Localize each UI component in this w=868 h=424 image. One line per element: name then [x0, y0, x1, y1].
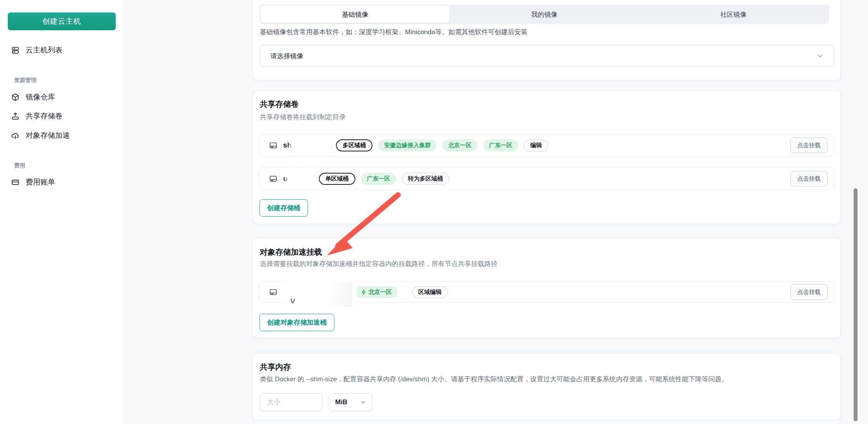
oss-accel-card: 对象存储加速挂载 选择需要挂载的对象存储加速桶并指定容器内的挂载路径，所有节点共…: [252, 238, 841, 338]
redacted-text: [284, 282, 353, 307]
chevron-down-icon: [360, 399, 366, 405]
sidebar-item-label: 共享存储卷: [26, 111, 63, 121]
image-select[interactable]: 请选择镜像: [260, 45, 834, 67]
sidebar-item-label: 费用账单: [26, 177, 55, 187]
section-subtitle: 类似 Docker 的 --shm-size，配置容器共享内存 (/dev/sh…: [260, 375, 728, 384]
region-badge: 广东一区: [483, 139, 518, 151]
sidebar-item-billing[interactable]: 费用账单: [11, 175, 55, 189]
sidebar-section-billing: 费用: [14, 162, 25, 169]
tag-list: 多区域桶 安徽边缘接入集群 北京一区 广东一区 编辑: [336, 139, 548, 151]
bill-card-icon: [11, 178, 20, 187]
mount-button[interactable]: 点击挂载: [790, 284, 828, 300]
shm-unit-select[interactable]: MiB: [329, 393, 372, 411]
sidebar-item-label: 镜像仓库: [26, 92, 55, 102]
sidebar-item-oss-accel[interactable]: 对象存储加速: [11, 129, 70, 142]
cloud-flash-icon: [11, 131, 20, 140]
convert-multiregion-button[interactable]: 转为多区域桶: [402, 173, 449, 185]
create-oss-bucket-button[interactable]: 创建对象存储加速桶: [259, 314, 334, 331]
scrollbar-thumb[interactable]: [854, 188, 858, 421]
package-icon: [11, 93, 20, 102]
section-subtitle: 选择需要挂载的对象存储加速桶并指定容器内的挂载路径，所有节点共享挂载路径: [260, 259, 497, 268]
region-badge: 北京一区: [355, 286, 398, 298]
sidebar-item-label: 云主机列表: [26, 45, 63, 55]
redacted-text: [289, 172, 313, 185]
region-badge: 广东一区: [361, 173, 396, 185]
drive-icon: [269, 288, 278, 297]
shm-unit-value: MiB: [335, 398, 347, 406]
edit-button[interactable]: 编辑: [524, 139, 548, 151]
image-description: 基础镜像包含常用基本软件，如：深度学习框架、Miniconda等。如需其他软件可…: [260, 28, 528, 36]
volume-row: sh 多区域桶 安徽边缘接入集群 北京一区 广东一区 编辑 点击挂载: [259, 134, 835, 156]
create-cloud-host-button[interactable]: 创建云主机: [8, 12, 116, 30]
tag-list: 北京一区 区域编辑: [355, 286, 448, 298]
volume-row: u 单区域桶 广东一区 转为多区域桶 点击挂载: [259, 167, 835, 190]
sidebar-item-shared-volume[interactable]: 共享存储卷: [11, 109, 63, 123]
sidebar-item-image-repo[interactable]: 镜像仓库: [11, 90, 55, 104]
shared-memory-card: 共享内存 类似 Docker 的 --shm-size，配置容器共享内存 (/d…: [252, 353, 841, 420]
bucket-name: sh: [283, 141, 292, 149]
section-title: 对象存储加速挂载: [260, 247, 322, 257]
volume-upload-icon: [11, 112, 20, 121]
section-title: 共享内存: [260, 362, 291, 372]
image-select-card: 基础镜像 我的镜像 社区镜像 基础镜像包含常用基本软件，如：深度学习框架、Min…: [252, 0, 841, 81]
tab-my-image[interactable]: 我的镜像: [450, 6, 639, 23]
sidebar-item-label: 对象存储加速: [26, 130, 70, 141]
tab-community-image[interactable]: 社区镜像: [639, 6, 828, 23]
mount-button[interactable]: 点击挂载: [790, 171, 828, 186]
sidebar: 创建云主机 云主机列表 资源管理 镜像仓库 共享存储卷: [0, 0, 124, 424]
chevron-down-icon: [817, 52, 824, 59]
region-edit-button[interactable]: 区域编辑: [412, 286, 448, 298]
image-tabs: 基础镜像 我的镜像 社区镜像: [259, 5, 829, 24]
sidebar-item-host-list[interactable]: 云主机列表: [11, 43, 63, 57]
drive-icon: [269, 174, 278, 183]
oss-row: 北京一区 区域编辑 点击挂载: [259, 281, 835, 303]
tag-list: 单区域桶 广东一区 转为多区域桶: [319, 173, 449, 185]
drive-icon: [269, 141, 278, 150]
section-subtitle: 共享存储卷将挂载到制定目录: [260, 113, 346, 122]
image-select-value: 请选择镜像: [270, 52, 303, 61]
mount-button[interactable]: 点击挂载: [790, 137, 828, 153]
region-badge: 北京一区: [442, 139, 477, 151]
bucket-type-badge: 单区域桶: [319, 173, 355, 185]
create-bucket-button[interactable]: 创建存储桶: [259, 199, 308, 217]
shared-volume-card: 共享存储卷 共享存储卷将挂载到制定目录 sh 多区域桶 安徽边缘接入集群 北京一…: [252, 90, 841, 224]
server-icon: [11, 46, 20, 55]
region-badge: 安徽边缘接入集群: [378, 139, 437, 151]
section-title: 共享存储卷: [260, 99, 299, 109]
shm-size-input[interactable]: [260, 393, 323, 411]
bucket-type-badge: 多区域桶: [336, 139, 372, 151]
flash-icon: [361, 289, 366, 295]
sidebar-section-resources: 资源管理: [14, 76, 37, 84]
create-cloud-host-page: 创建云主机 云主机列表 资源管理 镜像仓库 共享存储卷: [0, 0, 868, 424]
bucket-name: u: [283, 174, 288, 183]
tab-base-image[interactable]: 基础镜像: [261, 6, 450, 23]
redacted-text: [293, 139, 331, 152]
